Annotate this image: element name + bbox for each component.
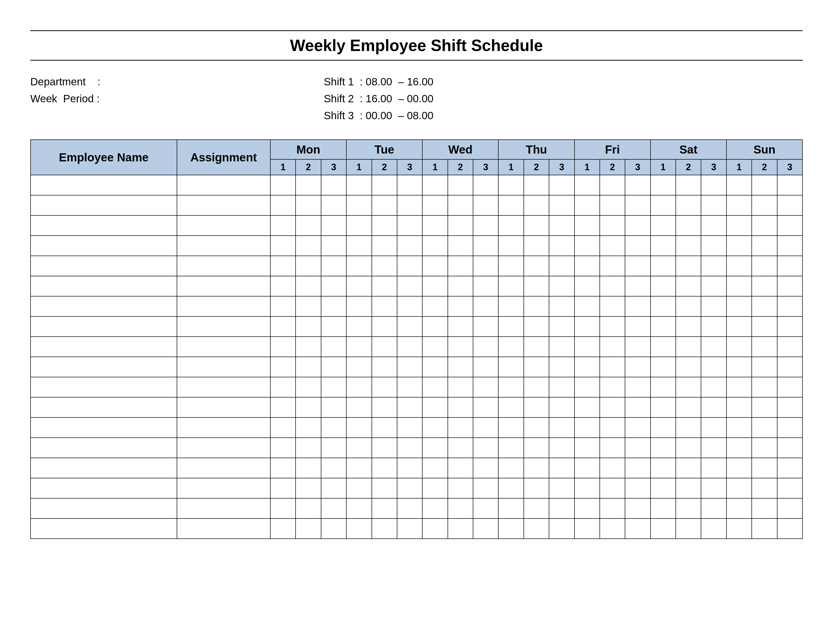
cell-shift[interactable] bbox=[397, 175, 422, 195]
cell-shift[interactable] bbox=[270, 498, 296, 518]
cell-shift[interactable] bbox=[574, 175, 600, 195]
cell-shift[interactable] bbox=[372, 397, 397, 417]
cell-shift[interactable] bbox=[752, 256, 777, 276]
cell-shift[interactable] bbox=[651, 438, 676, 458]
cell-shift[interactable] bbox=[498, 377, 524, 397]
cell-shift[interactable] bbox=[752, 357, 777, 377]
cell-shift[interactable] bbox=[549, 458, 574, 478]
cell-shift[interactable] bbox=[473, 316, 498, 336]
cell-shift[interactable] bbox=[777, 458, 803, 478]
cell-shift[interactable] bbox=[777, 316, 803, 336]
cell-shift[interactable] bbox=[701, 195, 726, 216]
cell-shift[interactable] bbox=[727, 357, 752, 377]
cell-shift[interactable] bbox=[727, 216, 752, 236]
cell-shift[interactable] bbox=[422, 256, 447, 276]
cell-shift[interactable] bbox=[498, 357, 524, 377]
cell-shift[interactable] bbox=[397, 498, 422, 518]
cell-shift[interactable] bbox=[448, 316, 473, 336]
cell-employee-name[interactable] bbox=[31, 336, 177, 357]
cell-shift[interactable] bbox=[524, 458, 549, 478]
cell-shift[interactable] bbox=[422, 377, 447, 397]
cell-shift[interactable] bbox=[574, 458, 600, 478]
cell-shift[interactable] bbox=[752, 296, 777, 316]
cell-shift[interactable] bbox=[752, 478, 777, 498]
cell-shift[interactable] bbox=[625, 316, 650, 336]
cell-shift[interactable] bbox=[498, 296, 524, 316]
cell-shift[interactable] bbox=[270, 316, 296, 336]
cell-shift[interactable] bbox=[625, 195, 650, 216]
cell-shift[interactable] bbox=[296, 518, 321, 539]
cell-shift[interactable] bbox=[600, 336, 625, 357]
cell-shift[interactable] bbox=[574, 195, 600, 216]
cell-shift[interactable] bbox=[422, 478, 447, 498]
cell-shift[interactable] bbox=[676, 296, 701, 316]
cell-shift[interactable] bbox=[321, 397, 346, 417]
cell-shift[interactable] bbox=[524, 518, 549, 539]
cell-shift[interactable] bbox=[422, 518, 447, 539]
cell-shift[interactable] bbox=[422, 357, 447, 377]
cell-shift[interactable] bbox=[676, 336, 701, 357]
cell-shift[interactable] bbox=[549, 377, 574, 397]
cell-shift[interactable] bbox=[422, 498, 447, 518]
cell-shift[interactable] bbox=[651, 216, 676, 236]
cell-shift[interactable] bbox=[346, 316, 371, 336]
cell-shift[interactable] bbox=[498, 417, 524, 438]
cell-shift[interactable] bbox=[422, 336, 447, 357]
cell-shift[interactable] bbox=[600, 175, 625, 195]
cell-shift[interactable] bbox=[574, 316, 600, 336]
cell-shift[interactable] bbox=[448, 236, 473, 256]
cell-shift[interactable] bbox=[777, 478, 803, 498]
cell-shift[interactable] bbox=[397, 256, 422, 276]
cell-shift[interactable] bbox=[372, 216, 397, 236]
cell-shift[interactable] bbox=[549, 276, 574, 296]
cell-shift[interactable] bbox=[777, 175, 803, 195]
cell-shift[interactable] bbox=[651, 256, 676, 276]
cell-shift[interactable] bbox=[448, 276, 473, 296]
cell-shift[interactable] bbox=[372, 518, 397, 539]
cell-shift[interactable] bbox=[625, 498, 650, 518]
cell-shift[interactable] bbox=[701, 397, 726, 417]
cell-shift[interactable] bbox=[346, 296, 371, 316]
cell-shift[interactable] bbox=[498, 316, 524, 336]
cell-shift[interactable] bbox=[524, 316, 549, 336]
cell-shift[interactable] bbox=[625, 296, 650, 316]
cell-shift[interactable] bbox=[549, 175, 574, 195]
cell-shift[interactable] bbox=[498, 216, 524, 236]
cell-shift[interactable] bbox=[372, 478, 397, 498]
cell-shift[interactable] bbox=[676, 377, 701, 397]
cell-shift[interactable] bbox=[296, 316, 321, 336]
cell-shift[interactable] bbox=[397, 276, 422, 296]
cell-shift[interactable] bbox=[321, 175, 346, 195]
cell-shift[interactable] bbox=[625, 458, 650, 478]
cell-assignment[interactable] bbox=[177, 357, 270, 377]
cell-shift[interactable] bbox=[270, 236, 296, 256]
cell-shift[interactable] bbox=[498, 256, 524, 276]
cell-shift[interactable] bbox=[777, 357, 803, 377]
cell-shift[interactable] bbox=[701, 296, 726, 316]
cell-shift[interactable] bbox=[270, 458, 296, 478]
cell-shift[interactable] bbox=[346, 417, 371, 438]
cell-shift[interactable] bbox=[752, 458, 777, 478]
cell-shift[interactable] bbox=[727, 458, 752, 478]
cell-shift[interactable] bbox=[270, 276, 296, 296]
cell-shift[interactable] bbox=[676, 175, 701, 195]
cell-shift[interactable] bbox=[321, 296, 346, 316]
cell-shift[interactable] bbox=[372, 195, 397, 216]
cell-shift[interactable] bbox=[549, 357, 574, 377]
cell-shift[interactable] bbox=[625, 336, 650, 357]
cell-shift[interactable] bbox=[625, 357, 650, 377]
cell-shift[interactable] bbox=[498, 236, 524, 256]
cell-shift[interactable] bbox=[752, 518, 777, 539]
cell-shift[interactable] bbox=[625, 478, 650, 498]
cell-shift[interactable] bbox=[676, 256, 701, 276]
cell-shift[interactable] bbox=[321, 518, 346, 539]
cell-shift[interactable] bbox=[574, 397, 600, 417]
cell-shift[interactable] bbox=[346, 175, 371, 195]
cell-employee-name[interactable] bbox=[31, 276, 177, 296]
cell-shift[interactable] bbox=[498, 458, 524, 478]
cell-employee-name[interactable] bbox=[31, 438, 177, 458]
cell-shift[interactable] bbox=[524, 216, 549, 236]
cell-shift[interactable] bbox=[448, 498, 473, 518]
cell-shift[interactable] bbox=[448, 256, 473, 276]
cell-shift[interactable] bbox=[727, 438, 752, 458]
